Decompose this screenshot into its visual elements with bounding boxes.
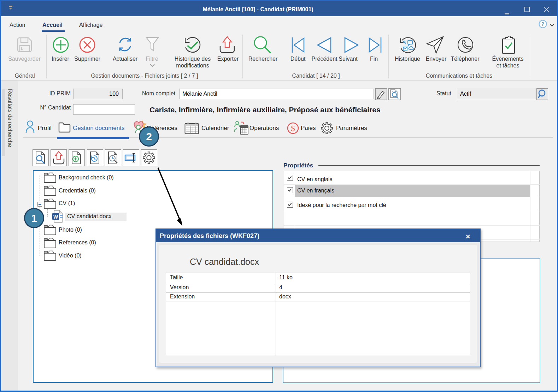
svg-text:W: W — [53, 214, 58, 220]
